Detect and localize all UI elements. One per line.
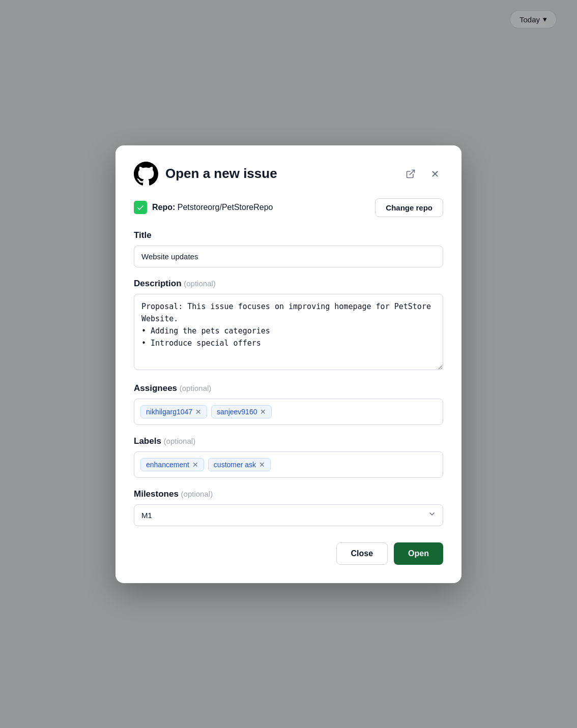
modal-title: Open a new issue — [165, 166, 277, 181]
assignees-label: Assignees (optional) — [134, 383, 443, 393]
title-label-text: Title — [134, 230, 152, 240]
change-repo-button[interactable]: Change repo — [375, 198, 443, 217]
assignees-input-box[interactable]: nikhilgarg1047 ✕ sanjeev9160 ✕ — [134, 399, 443, 425]
labels-label: Labels (optional) — [134, 436, 443, 446]
repo-check-icon — [134, 201, 147, 214]
modal-title-group: Open a new issue — [134, 162, 277, 186]
external-link-button[interactable] — [402, 166, 419, 182]
description-textarea[interactable]: Proposal: This issue focuses on improvin… — [134, 294, 443, 370]
modal-header-icons — [402, 166, 443, 182]
remove-assignee-sanjeev-button[interactable]: ✕ — [260, 408, 266, 415]
modal-dialog: Open a new issue — [116, 145, 461, 583]
labels-optional-text: (optional) — [164, 437, 196, 445]
description-label: Description (optional) — [134, 279, 443, 289]
repo-label: Repo: Petstoreorg/PetStoreRepo — [152, 203, 273, 212]
labels-label-text: Labels — [134, 436, 161, 446]
open-issue-button[interactable]: Open — [394, 542, 443, 565]
assignee-tag-sanjeev: sanjeev9160 ✕ — [211, 405, 272, 418]
title-input[interactable] — [134, 246, 443, 267]
assignee-tag-nikhilgarg: nikhilgarg1047 ✕ — [140, 405, 207, 418]
milestones-label-text: Milestones — [134, 489, 179, 499]
modal-header: Open a new issue — [134, 162, 443, 186]
milestones-select-wrapper: M1 M2 M3 — [134, 504, 443, 526]
remove-label-enhancement-button[interactable]: ✕ — [192, 461, 198, 468]
repo-row: Repo: Petstoreorg/PetStoreRepo Change re… — [134, 198, 443, 217]
remove-assignee-nikhilgarg-button[interactable]: ✕ — [195, 408, 201, 415]
github-logo-icon — [134, 162, 158, 186]
modal-footer: Close Open — [134, 542, 443, 565]
labels-input-box[interactable]: enhancement ✕ customer ask ✕ — [134, 451, 443, 478]
label-tag-enhancement: enhancement ✕ — [140, 458, 204, 471]
label-tag-customer-ask: customer ask ✕ — [208, 458, 271, 471]
repo-info: Repo: Petstoreorg/PetStoreRepo — [134, 201, 273, 214]
assignee-tag-sanjeev-label: sanjeev9160 — [217, 408, 257, 416]
assignees-optional-text: (optional) — [180, 384, 212, 392]
close-dialog-button[interactable]: Close — [336, 542, 388, 565]
milestones-label: Milestones (optional) — [134, 489, 443, 499]
description-optional-text: (optional) — [184, 279, 216, 288]
milestones-optional-text: (optional) — [181, 490, 213, 498]
title-label: Title — [134, 230, 443, 240]
milestones-select[interactable]: M1 M2 M3 — [134, 504, 443, 526]
description-label-text: Description — [134, 279, 182, 288]
assignee-tag-nikhilgarg-label: nikhilgarg1047 — [146, 408, 192, 416]
label-tag-enhancement-text: enhancement — [146, 461, 189, 469]
label-tag-customer-ask-text: customer ask — [214, 461, 256, 469]
remove-label-customer-ask-button[interactable]: ✕ — [259, 461, 265, 468]
modal-backdrop: Open a new issue — [0, 0, 577, 728]
svg-line-0 — [410, 170, 414, 174]
assignees-label-text: Assignees — [134, 383, 177, 393]
close-button[interactable] — [427, 166, 443, 182]
